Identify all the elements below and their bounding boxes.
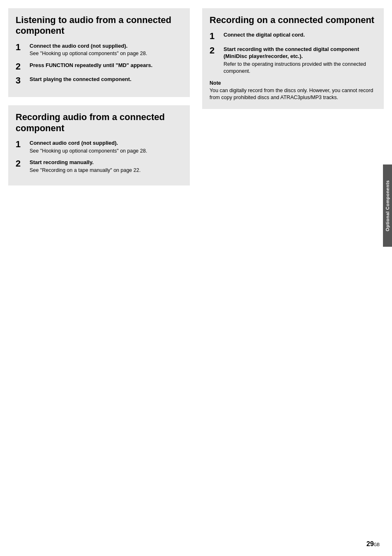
section-listening: Listening to audio from a connected comp…: [8, 8, 190, 97]
right-column: Recording on a connected component 1 Con…: [200, 8, 384, 194]
rec-audio-step-2-main: Start recording manually.: [30, 159, 182, 166]
rec-conn-step-2: 2 Start recording with the connected dig…: [210, 46, 376, 75]
rec-conn-step-1: 1 Connect the digital optical cord.: [210, 31, 376, 41]
rec-conn-step-1-content: Connect the digital optical cord.: [224, 31, 376, 39]
listening-step-2: 2 Press FUNCTION repeatedly until "MD" a…: [16, 62, 182, 72]
rec-audio-step-1-main: Connect audio cord (not supplied).: [30, 139, 182, 147]
rec-conn-step-number-1: 1: [210, 31, 221, 41]
step-3-content: Start playing the connected component.: [30, 76, 182, 83]
step-1-sub: See "Hooking up optional components" on …: [30, 50, 182, 58]
section-recording-audio: Recording audio from a connected compone…: [8, 105, 190, 185]
rec-audio-step-1: 1 Connect audio cord (not supplied). See…: [16, 139, 182, 155]
rec-audio-step-number-2: 2: [16, 159, 27, 169]
step-1-main: Connect the audio cord (not supplied).: [30, 42, 182, 50]
step-number-1: 1: [16, 42, 27, 52]
section-listening-title: Listening to audio from a connected comp…: [16, 15, 182, 37]
rec-audio-step-1-sub: See "Hooking up optional components" on …: [30, 148, 182, 155]
note-text: You can digitally record from the discs …: [210, 87, 376, 102]
page-number: 29GB: [367, 540, 380, 548]
section-recording-connected-steps: 1 Connect the digital optical cord. 2 St…: [210, 31, 376, 75]
tab-label: Optional Components: [385, 180, 390, 231]
step-3-main: Start playing the connected component.: [30, 76, 182, 83]
step-number-3: 3: [16, 76, 27, 86]
step-2-main: Press FUNCTION repeatedly until "MD" app…: [30, 62, 182, 69]
rec-conn-step-number-2: 2: [210, 46, 221, 56]
listening-step-3: 3 Start playing the connected component.: [16, 76, 182, 86]
page-num-suffix: GB: [374, 542, 380, 547]
section-recording-audio-steps: 1 Connect audio cord (not supplied). See…: [16, 139, 182, 174]
section-recording-connected-title: Recording on a connected component: [210, 15, 376, 25]
note-label: Note: [210, 80, 376, 86]
rec-audio-step-number-1: 1: [16, 139, 27, 149]
page-container: Listening to audio from a connected comp…: [0, 0, 392, 556]
rec-audio-step-2: 2 Start recording manually. See "Recordi…: [16, 159, 182, 174]
rec-conn-step-2-sub: Refer to the operating instructions prov…: [224, 61, 376, 75]
rec-audio-step-2-content: Start recording manually. See "Recording…: [30, 159, 182, 174]
page-num-value: 29: [367, 540, 374, 547]
step-1-content: Connect the audio cord (not supplied). S…: [30, 42, 182, 58]
rec-conn-step-2-main: Start recording with the connected digit…: [224, 46, 376, 60]
section-listening-steps: 1 Connect the audio cord (not supplied).…: [16, 42, 182, 86]
rec-audio-step-2-sub: See "Recording on a tape manually" on pa…: [30, 167, 182, 174]
two-column-layout: Listening to audio from a connected comp…: [8, 8, 384, 194]
rec-conn-step-1-main: Connect the digital optical cord.: [224, 31, 376, 39]
rec-audio-step-1-content: Connect audio cord (not supplied). See "…: [30, 139, 182, 155]
left-column: Listening to audio from a connected comp…: [8, 8, 192, 194]
rec-conn-step-2-content: Start recording with the connected digit…: [224, 46, 376, 75]
step-2-content: Press FUNCTION repeatedly until "MD" app…: [30, 62, 182, 69]
listening-step-1: 1 Connect the audio cord (not supplied).…: [16, 42, 182, 58]
section-recording-connected: Recording on a connected component 1 Con…: [202, 8, 384, 109]
section-recording-audio-title: Recording audio from a connected compone…: [16, 112, 182, 134]
section-tab: Optional Components: [383, 164, 392, 247]
step-number-2: 2: [16, 62, 27, 72]
